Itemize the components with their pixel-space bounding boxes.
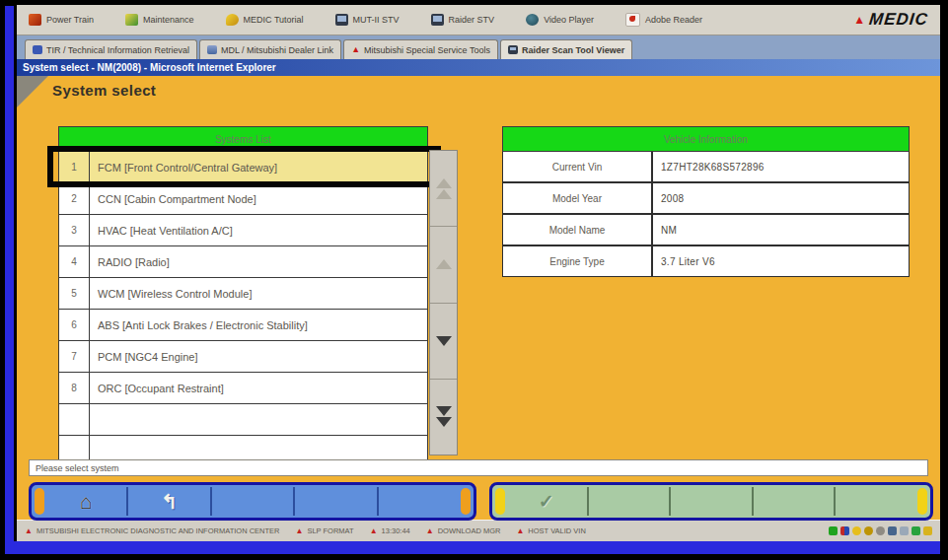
launcher-item-label: Raider STV	[449, 15, 495, 25]
vehicle-row-model-name: Model Name NM	[503, 215, 909, 246]
taskbar-item-label: MITSUBISHI ELECTRONIC DIAGNOSTIC AND INF…	[36, 526, 280, 535]
tray-icon[interactable]	[888, 526, 897, 535]
tab-raider-scan-tool-viewer[interactable]: Raider Scan Tool Viewer	[500, 39, 632, 59]
navigation-toolbar: ⌂ ↰	[29, 482, 476, 521]
launcher-item-power-train[interactable]: Power Train	[29, 14, 94, 26]
vehicle-field-value: 1Z7HT28K68S572896	[653, 152, 909, 181]
vehicle-field-value: NM	[653, 215, 909, 245]
double-down-arrow-icon	[436, 406, 452, 416]
vehicle-row-model-year: Model Year 2008	[503, 183, 909, 215]
system-row-number: 4	[59, 246, 90, 277]
launcher-item-label: MUT-II STV	[353, 15, 400, 25]
taskbar-item-label: HOST VALID VIN	[528, 526, 586, 535]
tray-icon[interactable]	[923, 526, 932, 535]
system-row-label: ABS [Anti Lock Brakes / Electronic Stabi…	[90, 310, 427, 340]
video-player-icon	[526, 14, 539, 26]
status-text: Please select system	[36, 463, 119, 473]
vehicle-field-value: 3.7 Liter V6	[653, 246, 909, 276]
os-taskbar: ▲ MITSUBISHI ELECTRONIC DIAGNOSTIC AND I…	[17, 520, 940, 541]
up-arrow-icon	[436, 259, 452, 269]
system-row-number: 7	[59, 341, 90, 372]
scroll-down-button[interactable]	[430, 304, 457, 380]
tray-icon[interactable]	[829, 526, 838, 535]
confirm-button[interactable]: ✓	[506, 487, 589, 516]
launcher-item-medic-tutorial[interactable]: MEDIC Tutorial	[226, 14, 304, 26]
medic-logo: ▲ MEDIC	[853, 10, 928, 30]
empty-toolbar-slot	[754, 487, 837, 516]
toolbar-end-cap	[461, 488, 471, 515]
scroll-page-up-button[interactable]	[430, 151, 457, 227]
system-row-number: 1	[59, 152, 90, 182]
back-button[interactable]: ↰	[128, 487, 211, 516]
system-row-label: FCM [Front Control/Central Gateway]	[90, 152, 427, 182]
mitsubishi-diamond-icon: ▲	[25, 527, 33, 535]
system-row-ccn[interactable]: 2 CCN [Cabin Compartment Node]	[59, 183, 427, 215]
systems-list-header: Systems List	[58, 126, 428, 152]
system-row-hvac[interactable]: 3 HVAC [Heat Ventilation A/C]	[59, 215, 427, 246]
taskbar-item-medic-center[interactable]: ▲ MITSUBISHI ELECTRONIC DIAGNOSTIC AND I…	[25, 526, 279, 535]
launcher-item-mut-ii-stv[interactable]: MUT-II STV	[335, 14, 400, 26]
system-row-radio[interactable]: 4 RADIO [Radio]	[59, 246, 427, 278]
monitor-icon	[431, 14, 444, 26]
system-row-number: 3	[59, 215, 90, 245]
medic-logo-text: MEDIC	[868, 10, 929, 30]
tab-tir[interactable]: TIR / Technical Information Retrieval	[25, 39, 197, 59]
mitsubishi-diamond-icon: ▲	[351, 45, 360, 54]
empty-toolbar-slot	[212, 487, 295, 516]
empty-toolbar-slot	[589, 487, 672, 516]
monitor-icon	[508, 45, 518, 54]
system-row-wcm[interactable]: 5 WCM [Wireless Control Module]	[59, 278, 427, 310]
launcher-item-adobe-reader[interactable]: Adobe Reader	[625, 13, 702, 27]
taskbar-item[interactable]: ▲ SLP FORMAT	[295, 526, 353, 535]
mitsubishi-diamond-icon: ▲	[295, 527, 303, 535]
scroll-page-down-button[interactable]	[430, 380, 457, 455]
home-button[interactable]: ⌂	[45, 487, 128, 516]
system-row-pcm[interactable]: 7 PCM [NGC4 Engine]	[59, 341, 427, 373]
launcher-item-label: Maintenance	[143, 15, 194, 25]
page-title: System select	[52, 82, 156, 99]
mitsubishi-diamond-icon: ▲	[426, 527, 434, 535]
scroll-up-button[interactable]	[430, 227, 457, 303]
double-up-arrow-icon	[436, 178, 452, 188]
system-row-label: WCM [Wireless Control Module]	[90, 278, 427, 309]
system-row-number: 5	[59, 278, 90, 309]
tray-icon[interactable]	[876, 526, 885, 535]
tab-mdl[interactable]: MDL / Mitsubishi Dealer Link	[199, 39, 341, 59]
tab-special-service-tools[interactable]: ▲ Mitsubishi Special Service Tools	[343, 39, 498, 59]
tray-icon[interactable]	[864, 526, 873, 535]
system-row-orc[interactable]: 8 ORC [Occupant Restraint]	[59, 373, 427, 404]
systems-list-table: Systems List 1 FCM [Front Control/Centra…	[58, 126, 428, 467]
adobe-reader-icon	[625, 13, 640, 27]
launcher-item-label: MEDIC Tutorial	[244, 15, 304, 25]
window-titlebar: System select - NM(2008) - Microsoft Int…	[17, 59, 940, 76]
taskbar-item[interactable]: ▲ 13:30:44	[370, 526, 410, 535]
system-row-fcm[interactable]: 1 FCM [Front Control/Central Gateway]	[59, 152, 427, 183]
monitor-icon	[335, 14, 348, 26]
checkmark-icon: ✓	[539, 492, 554, 511]
system-row-label	[90, 404, 427, 435]
system-row-abs[interactable]: 6 ABS [Anti Lock Brakes / Electronic Sta…	[59, 310, 427, 341]
vehicle-row-current-vin: Current Vin 1Z7HT28K68S572896	[503, 152, 909, 183]
return-arrow-icon: ↰	[161, 492, 178, 512]
tab-label: Mitsubishi Special Service Tools	[364, 45, 490, 55]
mitsubishi-diamond-icon: ▲	[516, 527, 524, 535]
tab-label: TIR / Technical Information Retrieval	[46, 45, 189, 55]
app-tab-bar: TIR / Technical Information Retrieval MD…	[17, 35, 940, 59]
taskbar-item[interactable]: ▲ DOWNLOAD MGR	[426, 526, 501, 535]
launcher-item-maintenance[interactable]: Maintenance	[125, 14, 194, 26]
launcher-item-raider-stv[interactable]: Raider STV	[431, 14, 495, 26]
maintenance-icon	[125, 14, 138, 26]
tray-icon[interactable]	[912, 526, 920, 535]
mdl-icon	[207, 45, 217, 54]
vehicle-information-header: Vehicle Information	[502, 126, 910, 152]
tray-icon[interactable]	[900, 526, 909, 535]
vehicle-field-label: Current Vin	[503, 152, 653, 181]
list-scrollbar	[429, 150, 458, 455]
taskbar-item[interactable]: ▲ HOST VALID VIN	[516, 526, 585, 535]
launcher-item-label: Power Train	[46, 15, 94, 25]
vehicle-information-body: Current Vin 1Z7HT28K68S572896 Model Year…	[502, 152, 910, 277]
tray-icon[interactable]	[852, 526, 861, 535]
empty-toolbar-slot	[671, 487, 754, 516]
tray-icon[interactable]	[840, 526, 849, 535]
launcher-item-video-player[interactable]: Video Player	[526, 14, 594, 26]
